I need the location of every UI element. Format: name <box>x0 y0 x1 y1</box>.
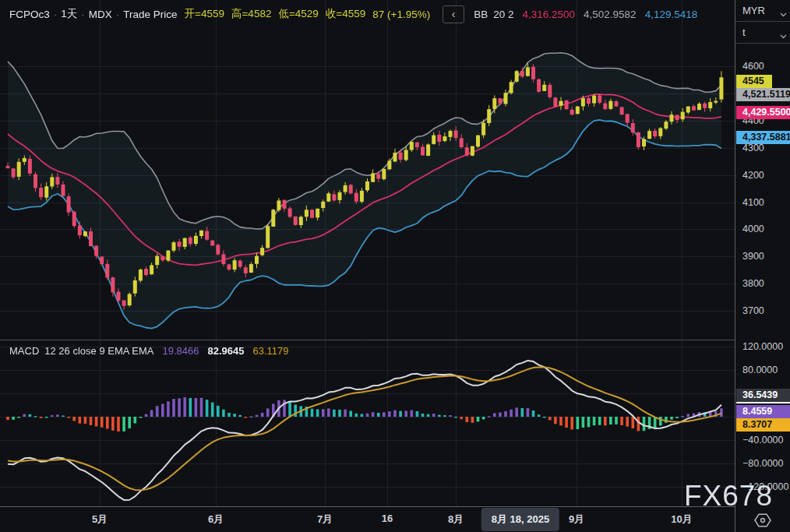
time-tick-16: 16 <box>382 513 393 524</box>
macd-label-0: 36.5439 <box>736 389 790 403</box>
macd-line-value: 82.9645 <box>207 345 244 357</box>
price-label-3: 4,337.5881 <box>736 131 790 144</box>
price-chart-canvas[interactable] <box>0 0 735 340</box>
macd-tick-120: 120.0000 <box>742 340 783 353</box>
bb-indicator-title[interactable]: BB <box>474 9 488 20</box>
time-tick-10月: 10月 <box>671 513 692 527</box>
time-axis[interactable]: 5月6月7月168月9月10月 8月 18, 2025 <box>0 507 735 532</box>
unit-dropdown[interactable]: t <box>735 22 790 44</box>
price-tick-3800: 3800 <box>742 277 764 290</box>
macd-label-2: 8.3707 <box>736 418 790 432</box>
currency-dropdown[interactable]: MYR <box>735 0 790 22</box>
price-label-0: 4545 <box>736 75 772 88</box>
time-tick-9月: 9月 <box>569 513 584 527</box>
symbol-legend: FCPOc3 · 1天 · MDX · Trade Price 开=4559 高… <box>9 6 697 22</box>
time-tick-7月: 7月 <box>317 513 333 527</box>
trading-chart-app: FCPOc3 · 1天 · MDX · Trade Price 开=4559 高… <box>0 0 790 532</box>
change-value: 87 (+1.95%) <box>372 9 430 20</box>
macd-indicator-title[interactable]: MACD <box>9 345 39 357</box>
price-label-1: 4,521.5119 <box>736 88 790 101</box>
bb-upper-value: 4,502.9582 <box>584 9 637 20</box>
price-tick-3700: 3700 <box>742 305 764 317</box>
crosshair-date-label: 8月 18, 2025 <box>481 508 559 531</box>
bb-indicator-params: 20 2 <box>493 9 513 20</box>
macd-tick--40: −40.0000 <box>742 434 783 446</box>
price-tick-3900: 3900 <box>742 250 764 262</box>
currency-value: MYR <box>742 5 765 16</box>
price-axis[interactable]: MYR t 4600450044004300420041004000390038… <box>735 0 790 532</box>
chevron-down-icon <box>780 30 787 41</box>
interval-value[interactable]: 1天 <box>61 7 77 21</box>
macd-label-1: 8.4559 <box>736 405 790 418</box>
legend-separator: · <box>81 9 85 20</box>
gear-icon <box>753 511 773 530</box>
price-tick-4600: 4600 <box>742 60 764 72</box>
bb-basis-value: 4,316.2500 <box>522 9 575 20</box>
time-tick-6月: 6月 <box>208 513 224 527</box>
open-value: 开=4559 <box>185 7 224 21</box>
price-type: Trade Price <box>123 9 177 20</box>
macd-indicator-params: 12 26 close 9 EMA EMA <box>44 345 153 357</box>
legend-separator: · <box>116 9 120 20</box>
macd-chart-canvas[interactable] <box>0 340 735 506</box>
exchange-name: MDX <box>89 9 112 20</box>
price-tick-4100: 4100 <box>742 196 764 209</box>
legend-separator: · <box>54 9 58 20</box>
symbol-name[interactable]: FCPOc3 <box>9 9 50 20</box>
close-value: 收=4559 <box>326 7 365 21</box>
price-label-2: 4,429.5500 <box>736 106 790 119</box>
axis-settings-button[interactable] <box>753 511 773 532</box>
chevron-down-icon <box>780 8 787 19</box>
time-tick-5月: 5月 <box>92 513 108 527</box>
bb-lower-value: 4,129.5418 <box>645 9 698 20</box>
price-tick-4200: 4200 <box>742 169 764 181</box>
chevron-left-icon: ‹ <box>452 8 456 20</box>
macd-signal-value: 63.1179 <box>252 345 288 357</box>
low-value: 低=4529 <box>278 7 318 21</box>
high-value: 高=4582 <box>231 7 271 21</box>
macd-tick--80: −80.0000 <box>742 457 783 470</box>
price-tick-4000: 4000 <box>742 223 764 235</box>
macd-tick--120: −120.0000 <box>742 481 788 493</box>
macd-legend: MACD 12 26 close 9 EMA EMA 19.8466 82.96… <box>9 344 289 358</box>
macd-hist-value: 19.8466 <box>162 345 199 357</box>
time-tick-8月: 8月 <box>448 513 464 527</box>
macd-tick-80: 80.0000 <box>742 364 778 376</box>
legend-collapse-button[interactable]: ‹ <box>443 5 464 23</box>
unit-value: t <box>742 26 746 38</box>
